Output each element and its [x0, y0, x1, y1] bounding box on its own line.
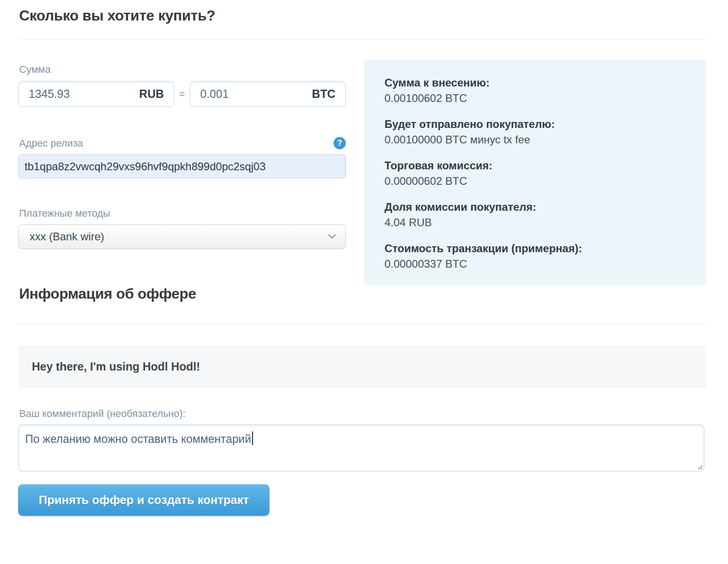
accept-offer-page: Сколько вы хотите купить? Сумма RUB = BT… — [0, 0, 728, 516]
divider — [18, 324, 706, 324]
summary-label: Доля комиссии покупателя: — [384, 199, 688, 215]
summary-value: 4.04 RUB — [384, 215, 688, 230]
accept-offer-button[interactable]: Принять оффер и создать контракт — [18, 484, 269, 516]
help-icon[interactable]: ? — [334, 137, 346, 149]
offer-message-text: Hey there, I'm using Hodl Hodl! — [32, 360, 200, 373]
summary-label: Стоимость транзакции (примерная): — [384, 241, 688, 256]
payment-methods-label: Платежные методы — [18, 208, 346, 219]
offer-message-box: Hey there, I'm using Hodl Hodl! — [18, 346, 706, 388]
summary-label: Сумма к внесению: — [384, 75, 688, 91]
summary-label: Торговая комиссия: — [384, 158, 688, 173]
text-caret — [252, 432, 253, 445]
release-address-block: Адрес релиза ? — [18, 137, 346, 178]
payment-method-selected-value: xxx (Bank wire) — [30, 230, 104, 243]
offer-info-title: Информация об оффере — [18, 285, 706, 302]
summary-value: 0.00000337 BTC — [384, 256, 688, 272]
order-summary-panel: Сумма к внесению: 0.00100602 BTC Будет о… — [364, 60, 706, 285]
payment-methods-block: Платежные методы xxx (Bank wire) — [18, 208, 346, 249]
fiat-currency-suffix: RUB — [139, 87, 164, 101]
summary-label: Будет отправлено покупателю: — [384, 117, 688, 132]
resize-handle-icon[interactable] — [697, 464, 703, 470]
summary-item: Стоимость транзакции (примерная): 0.0000… — [384, 241, 688, 272]
comment-label: Ваш комментарий (необязательно): — [18, 408, 706, 420]
release-address-label: Адрес релиза — [18, 137, 83, 149]
summary-item: Торговая комиссия: 0.00000602 BTC — [384, 158, 688, 189]
page-title: Сколько вы хотите купить? — [18, 7, 706, 24]
comment-text: По желанию можно оставить комментарий — [25, 432, 251, 445]
comment-block: Ваш комментарий (необязательно): По жела… — [18, 408, 706, 472]
amount-label: Сумма — [18, 64, 346, 76]
amount-row: RUB = BTC — [18, 81, 346, 107]
buy-form-left-column: Сумма RUB = BTC Адрес релиза ? — [18, 60, 346, 285]
crypto-amount-input[interactable] — [200, 87, 312, 101]
comment-textarea[interactable]: По желанию можно оставить комментарий — [18, 424, 704, 472]
fiat-amount-input[interactable] — [29, 87, 139, 101]
buy-form-row: Сумма RUB = BTC Адрес релиза ? — [18, 60, 706, 285]
divider — [18, 39, 706, 40]
summary-item: Доля комиссии покупателя: 4.04 RUB — [384, 199, 688, 230]
crypto-currency-suffix: BTC — [312, 87, 335, 101]
fiat-amount-field[interactable]: RUB — [18, 81, 174, 107]
chevron-down-icon — [328, 234, 336, 239]
release-address-input[interactable] — [18, 154, 346, 178]
summary-value: 0.00100000 BTC минус tx fee — [384, 132, 688, 147]
crypto-amount-field[interactable]: BTC — [190, 81, 346, 107]
summary-item: Сумма к внесению: 0.00100602 BTC — [384, 75, 688, 106]
summary-value: 0.00000602 BTC — [384, 173, 688, 189]
payment-method-select[interactable]: xxx (Bank wire) — [18, 224, 346, 249]
summary-item: Будет отправлено покупателю: 0.00100000 … — [384, 117, 688, 147]
equals-sign: = — [174, 88, 190, 100]
summary-value: 0.00100602 BTC — [384, 91, 688, 106]
